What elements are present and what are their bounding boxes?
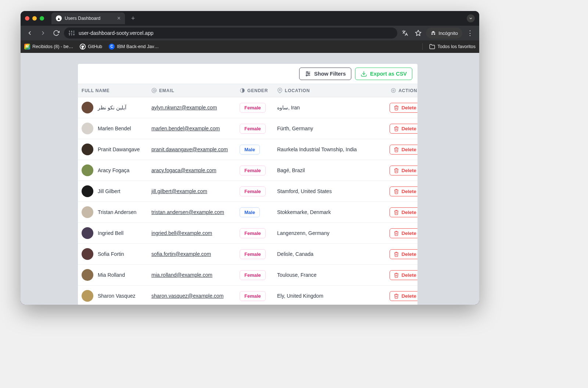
delete-button[interactable]: Delete: [390, 166, 417, 175]
download-icon: [361, 70, 367, 77]
all-bookmarks-button[interactable]: Todos los favoritos: [429, 44, 476, 50]
table-header: FULL NAME EMAIL GENDER LOCATION ACTIONS: [78, 84, 417, 97]
avatar: [82, 185, 93, 197]
bookmark-label: IBM Back-end Jav…: [117, 44, 159, 49]
cell-actions: Delete: [384, 186, 417, 196]
trash-icon: [394, 168, 399, 173]
email-link[interactable]: mia.rolland@example.com: [151, 272, 212, 278]
cell-full-name: Marlen Bendel: [82, 123, 151, 134]
minimize-window-button[interactable]: [32, 16, 37, 21]
delete-button[interactable]: Delete: [390, 103, 417, 113]
svg-point-19: [279, 89, 281, 91]
incognito-label: Incógnito: [438, 30, 458, 36]
cell-gender: Male: [240, 145, 277, 155]
cell-actions: Delete: [384, 270, 417, 280]
th-location: LOCATION: [277, 88, 384, 93]
trash-icon: [394, 189, 399, 194]
all-bookmarks-label: Todos los favoritos: [437, 44, 476, 49]
delete-button[interactable]: Delete: [390, 207, 417, 217]
browser-window: ▲ Users Dashboard × + user-dashboard-soo…: [21, 11, 479, 305]
cell-location: Delisle, Canada: [277, 251, 384, 257]
cell-email: tristan.andersen@example.com: [151, 209, 240, 215]
delete-button[interactable]: Delete: [390, 228, 417, 238]
bookmark-github[interactable]: GitHub: [80, 44, 102, 50]
cell-email: jill.gilbert@example.com: [151, 188, 240, 195]
email-link[interactable]: aylyn.nkwnzr@example.com: [151, 105, 217, 110]
email-link[interactable]: marlen.bendel@example.com: [151, 126, 220, 131]
maximize-window-button[interactable]: [40, 16, 44, 21]
forward-button[interactable]: [37, 28, 49, 39]
trash-icon: [394, 231, 399, 236]
cell-email: mia.rolland@example.com: [151, 272, 240, 278]
gmail-icon: M: [24, 44, 30, 50]
close-tab-button[interactable]: ×: [117, 15, 121, 21]
bookmark-ibm[interactable]: C IBM Back-end Jav…: [109, 44, 159, 50]
table-row: Mia Rollandmia.rolland@example.comFemale…: [78, 265, 417, 286]
delete-label: Delete: [401, 272, 416, 278]
url-text: user-dashboard-sooty.vercel.app: [79, 30, 393, 36]
email-link[interactable]: pranit.dawangave@example.com: [151, 146, 228, 152]
cell-gender: Male: [240, 207, 277, 217]
email-link[interactable]: tristan.andersen@example.com: [151, 209, 224, 215]
email-link[interactable]: sharon.vasquez@example.com: [151, 293, 223, 299]
avatar: [82, 290, 93, 302]
cell-location: Ely, United Kingdom: [277, 293, 384, 299]
delete-label: Delete: [401, 105, 416, 110]
email-link[interactable]: sofia.fortin@example.com: [151, 251, 211, 257]
email-link[interactable]: jill.gilbert@example.com: [151, 188, 207, 194]
bookmark-label: GitHub: [88, 44, 102, 49]
show-filters-button[interactable]: Show Filters: [299, 68, 351, 80]
email-link[interactable]: ingried.bell@example.com: [151, 230, 212, 236]
divider: [422, 43, 423, 50]
browser-tab[interactable]: ▲ Users Dashboard ×: [51, 12, 125, 24]
table-body: آیلین نكو نظرaylyn.nkwnzr@example.comFem…: [78, 97, 417, 305]
user-name: Jill Gilbert: [98, 188, 120, 194]
delete-button[interactable]: Delete: [390, 249, 417, 259]
table-row: آیلین نكو نظرaylyn.nkwnzr@example.comFem…: [78, 97, 417, 118]
cell-gender: Female: [240, 249, 277, 259]
close-window-button[interactable]: [25, 16, 29, 21]
cell-email: aracy.fogaca@example.com: [151, 167, 240, 174]
delete-button[interactable]: Delete: [390, 186, 417, 196]
cell-gender: Female: [240, 103, 277, 113]
cell-full-name: Sofia Fortin: [82, 248, 151, 260]
window-controls: [25, 16, 44, 21]
gender-badge: Female: [240, 291, 266, 301]
cell-full-name: Sharon Vasquez: [82, 290, 151, 302]
cell-actions: Delete: [384, 249, 417, 259]
bookmark-gmail[interactable]: M Recibidos (8) - be…: [24, 44, 73, 50]
incognito-indicator[interactable]: Incógnito: [426, 28, 462, 39]
bookmark-button[interactable]: [413, 28, 424, 39]
cell-full-name: Pranit Dawangave: [82, 144, 151, 155]
tab-title: Users Dashboard: [65, 16, 114, 21]
back-button[interactable]: [24, 28, 35, 39]
delete-button[interactable]: Delete: [390, 145, 417, 155]
cell-actions: Delete: [384, 228, 417, 238]
user-name: Aracy Fogaça: [98, 167, 129, 173]
tab-search-button[interactable]: [467, 14, 475, 22]
avatar: [82, 206, 93, 218]
user-name: Sofia Fortin: [98, 251, 124, 257]
svg-marker-9: [416, 30, 421, 36]
delete-button[interactable]: Delete: [390, 124, 417, 134]
delete-button[interactable]: Delete: [390, 270, 417, 280]
site-settings-icon[interactable]: [68, 30, 75, 36]
cell-email: ingried.bell@example.com: [151, 230, 240, 236]
browser-menu-button[interactable]: ⋮: [465, 29, 476, 37]
user-name: آیلین نكو نظر: [98, 105, 126, 110]
new-tab-button[interactable]: +: [129, 15, 137, 22]
user-name: Pranit Dawangave: [98, 146, 140, 152]
trash-icon: [394, 293, 399, 299]
cell-actions: Delete: [384, 291, 417, 301]
table-row: Ingried Bellingried.bell@example.comFema…: [78, 223, 417, 244]
bookmark-label: Recibidos (8) - be…: [32, 44, 73, 49]
delete-button[interactable]: Delete: [390, 291, 417, 301]
table-row: Sofia Fortinsofia.fortin@example.comFema…: [78, 244, 417, 265]
export-csv-button[interactable]: Export as CSV: [355, 68, 412, 80]
user-name: Tristan Andersen: [98, 209, 136, 215]
email-link[interactable]: aracy.fogaca@example.com: [151, 167, 216, 173]
reload-button[interactable]: [51, 28, 62, 39]
translate-button[interactable]: [399, 28, 410, 39]
cell-location: Fürth, Germany: [277, 126, 384, 131]
address-bar[interactable]: user-dashboard-sooty.vercel.app: [64, 28, 397, 39]
